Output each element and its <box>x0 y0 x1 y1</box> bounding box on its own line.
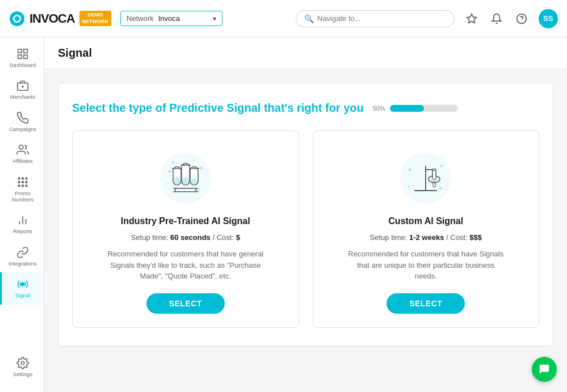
progress-container: 50% <box>373 105 458 112</box>
custom-cost-prefix: / Cost: <box>444 233 469 242</box>
custom-setup-value: 1-2 weeks <box>409 233 444 242</box>
invoca-logo-icon <box>9 11 25 27</box>
sidebar: Dashboard Merchants Campaigns <box>0 37 44 392</box>
svg-rect-5 <box>24 49 27 53</box>
sidebar-campaigns-label: Campaigns <box>9 126 36 132</box>
signal-icon <box>16 278 29 290</box>
progress-label: 50% <box>373 105 385 112</box>
custom-ai-card: Custom AI Signal Setup time: 1-2 weeks /… <box>313 130 540 328</box>
sidebar-item-settings[interactable]: Settings <box>0 351 44 383</box>
industry-cost-prefix: / Cost: <box>211 233 236 242</box>
industry-select-button[interactable]: SELECT <box>146 293 225 314</box>
custom-select-button[interactable]: SELECT <box>387 293 465 314</box>
sidebar-dashboard-label: Dashboard <box>10 62 36 68</box>
svg-point-11 <box>19 145 23 149</box>
sidebar-item-reports[interactable]: Reports <box>0 208 44 240</box>
sidebar-affiliates-label: Affiliates <box>12 158 33 164</box>
custom-card-subtitle: Setup time: 1-2 weeks / Cost: $$$ <box>370 233 482 242</box>
svg-point-12 <box>18 178 20 179</box>
svg-point-15 <box>18 181 20 183</box>
network-label: Network <box>127 14 154 23</box>
sidebar-item-signal[interactable]: Signal <box>0 272 44 304</box>
top-nav: INVOCA DEMO NETWORK Network Invoca ▾ 🔍 <box>0 0 567 37</box>
notifications-icon[interactable] <box>489 11 505 27</box>
svg-point-0 <box>10 11 24 26</box>
signal-type-card: Select the type of Predictive Signal tha… <box>58 83 553 347</box>
custom-cost-value: $$$ <box>469 233 482 242</box>
merchants-icon <box>16 79 29 92</box>
sidebar-item-integrations[interactable]: Integrations <box>0 241 44 272</box>
industry-pre-trained-icon <box>154 147 217 209</box>
sidebar-item-dashboard[interactable]: Dashboard <box>0 42 44 74</box>
svg-point-20 <box>26 185 27 187</box>
progress-bar-background <box>390 105 458 112</box>
chevron-down-icon: ▾ <box>213 15 216 23</box>
svg-point-16 <box>22 181 24 183</box>
integrations-icon <box>16 246 29 259</box>
sidebar-promo-numbers-label: Promo Numbers <box>12 190 34 203</box>
affiliates-icon <box>16 144 29 156</box>
industry-setup-prefix: Setup time: <box>131 233 170 242</box>
custom-card-title: Custom AI Signal <box>388 216 463 226</box>
svg-point-13 <box>22 178 24 179</box>
sidebar-integrations-label: Integrations <box>9 260 37 267</box>
logo-area: INVOCA DEMO NETWORK <box>9 11 111 27</box>
sidebar-merchants-label: Merchants <box>10 94 35 100</box>
industry-card-desc: Recommended for customers that have gene… <box>106 248 265 282</box>
signal-heading: Select the type of Predictive Signal tha… <box>72 102 364 115</box>
svg-point-17 <box>26 181 27 183</box>
svg-point-25 <box>21 361 24 365</box>
progress-bar-fill <box>390 105 424 112</box>
signal-header: Select the type of Predictive Signal tha… <box>72 102 539 115</box>
industry-card-subtitle: Setup time: 60 seconds / Cost: $ <box>131 233 240 242</box>
type-cards: Industry Pre-Trained AI Signal Setup tim… <box>72 130 539 328</box>
promo-numbers-icon <box>16 176 29 188</box>
dashboard-icon <box>16 48 29 60</box>
svg-point-29 <box>200 167 203 170</box>
nav-search[interactable]: 🔍 <box>296 10 455 27</box>
svg-rect-33 <box>174 177 180 185</box>
reports-icon <box>16 214 29 226</box>
campaigns-icon <box>16 112 29 124</box>
custom-card-desc: Recommended for customers that have Sign… <box>346 248 505 282</box>
sidebar-item-affiliates[interactable]: Affiliates <box>0 138 44 170</box>
search-icon: 🔍 <box>304 14 314 23</box>
page-title: Signal <box>58 47 553 60</box>
svg-point-55 <box>432 168 436 171</box>
page-header: Signal <box>44 37 567 69</box>
svg-point-47 <box>440 165 443 167</box>
settings-icon <box>16 357 29 369</box>
sidebar-reports-label: Reports <box>13 228 32 234</box>
svg-point-27 <box>168 170 171 173</box>
svg-rect-54 <box>432 170 436 179</box>
nav-icons: SS <box>464 9 558 28</box>
sidebar-item-campaigns[interactable]: Campaigns <box>0 106 44 138</box>
svg-point-19 <box>22 185 24 187</box>
chat-bubble[interactable] <box>532 357 557 382</box>
svg-point-14 <box>26 178 27 179</box>
industry-cost-value: $ <box>236 233 240 242</box>
logo-text: INVOCA <box>30 11 75 26</box>
sidebar-item-merchants[interactable]: Merchants <box>0 74 44 106</box>
svg-point-46 <box>409 168 411 171</box>
sidebar-settings-label: Settings <box>13 371 32 377</box>
svg-marker-1 <box>467 14 477 23</box>
favorites-icon[interactable] <box>464 11 480 27</box>
industry-card-title: Industry Pre-Trained AI Signal <box>121 216 250 226</box>
svg-point-31 <box>166 183 168 185</box>
svg-rect-39 <box>191 178 197 185</box>
demo-badge: DEMO NETWORK <box>79 11 112 26</box>
search-input[interactable] <box>317 14 446 23</box>
help-icon[interactable] <box>514 11 530 27</box>
user-avatar[interactable]: SS <box>539 9 558 28</box>
industry-setup-value: 60 seconds <box>170 233 211 242</box>
main-content: Signal Select the type of Predictive Sig… <box>44 37 567 392</box>
network-value: Invoca <box>158 14 208 23</box>
svg-rect-6 <box>18 55 22 58</box>
svg-rect-36 <box>183 177 188 185</box>
svg-point-24 <box>21 283 24 286</box>
network-selector[interactable]: Network Invoca ▾ <box>120 11 222 26</box>
svg-point-18 <box>18 185 20 187</box>
svg-point-49 <box>408 186 410 188</box>
sidebar-item-promo-numbers[interactable]: Promo Numbers <box>0 170 44 209</box>
